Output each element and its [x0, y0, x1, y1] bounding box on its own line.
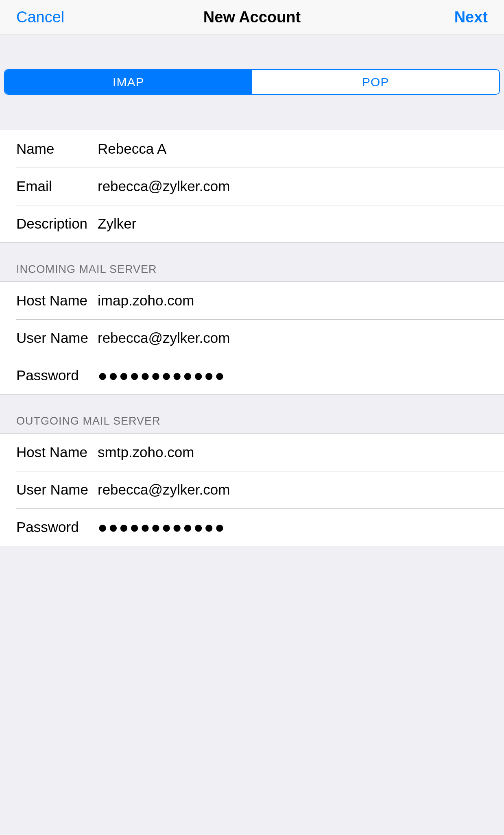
description-input[interactable] — [98, 216, 488, 232]
incoming-password-input[interactable]: ●●●●●●●●●●●● — [98, 366, 488, 385]
name-row: Name — [0, 130, 504, 168]
outgoing-section-header: Outgoing Mail Server — [0, 395, 504, 433]
incoming-host-label: Host Name — [16, 292, 98, 309]
name-input[interactable] — [98, 141, 488, 157]
outgoing-host-label: Host Name — [16, 444, 98, 460]
outgoing-password-label: Password — [16, 519, 98, 535]
outgoing-host-row: Host Name — [0, 434, 504, 471]
email-label: Email — [16, 178, 98, 194]
outgoing-host-input[interactable] — [98, 444, 488, 460]
incoming-user-row: User Name — [0, 319, 504, 357]
page-title: New Account — [0, 9, 504, 26]
outgoing-password-input[interactable]: ●●●●●●●●●●●● — [98, 518, 488, 536]
protocol-segmented-control: IMAP POP — [4, 69, 500, 95]
description-row: Description — [0, 205, 504, 242]
outgoing-password-row: Password ●●●●●●●●●●●● — [0, 508, 504, 546]
email-input[interactable] — [98, 178, 488, 194]
segmented-wrap: IMAP POP — [0, 69, 504, 102]
email-row: Email — [0, 168, 504, 205]
next-button[interactable]: Next — [454, 9, 488, 26]
cancel-button[interactable]: Cancel — [16, 9, 64, 26]
spacer — [0, 35, 504, 69]
incoming-user-label: User Name — [16, 330, 98, 346]
name-label: Name — [16, 141, 98, 157]
incoming-password-row: Password ●●●●●●●●●●●● — [0, 357, 504, 394]
group-gap — [0, 102, 504, 130]
outgoing-group: Host Name User Name Password ●●●●●●●●●●●… — [0, 433, 504, 546]
incoming-user-input[interactable] — [98, 330, 488, 346]
outgoing-user-label: User Name — [16, 482, 98, 498]
segment-imap[interactable]: IMAP — [5, 70, 252, 94]
account-group: Name Email Description — [0, 130, 504, 243]
header: Cancel New Account Next — [0, 0, 504, 35]
incoming-host-input[interactable] — [98, 292, 488, 309]
segment-pop[interactable]: POP — [252, 70, 500, 94]
outgoing-user-input[interactable] — [98, 482, 488, 498]
incoming-group: Host Name User Name Password ●●●●●●●●●●●… — [0, 281, 504, 395]
bottom-space — [0, 546, 504, 831]
outgoing-user-row: User Name — [0, 471, 504, 508]
incoming-section-header: Incoming Mail Server — [0, 243, 504, 281]
incoming-password-label: Password — [16, 367, 98, 384]
incoming-host-row: Host Name — [0, 282, 504, 319]
description-label: Description — [16, 216, 98, 232]
